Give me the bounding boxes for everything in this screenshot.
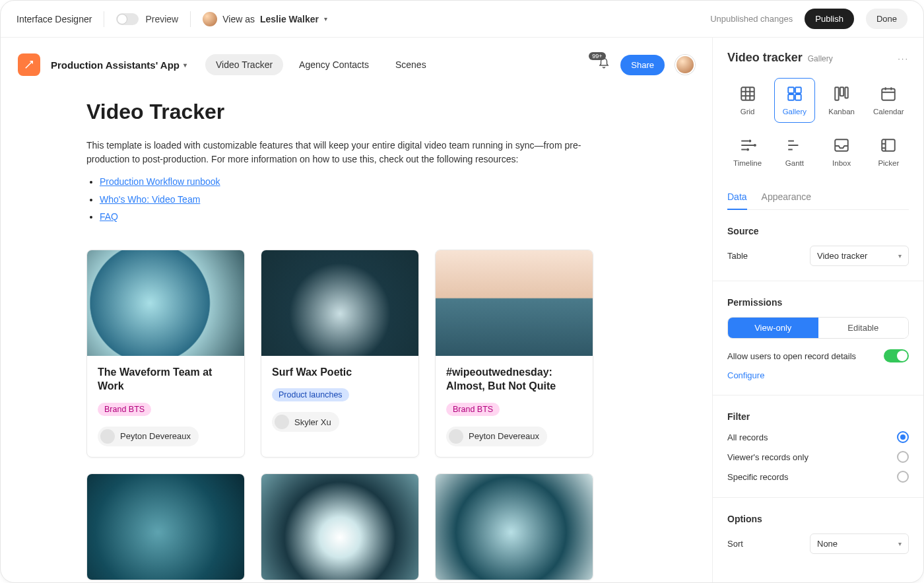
- card-title: Surf Wax Poetic: [272, 365, 408, 380]
- layout-option-inbox[interactable]: Inbox: [822, 129, 862, 174]
- preview-toggle[interactable]: Preview: [116, 13, 178, 25]
- layout-option-gantt[interactable]: Gantt: [774, 129, 814, 174]
- tab-scenes[interactable]: Scenes: [385, 54, 437, 75]
- config-panel: Video tracker Gallery ··· GridGalleryKan…: [712, 38, 923, 582]
- card-cover: [261, 250, 418, 356]
- layout-option-picker[interactable]: Picker: [869, 129, 909, 174]
- app-header: Production Assistants' App ▾ Video Track…: [14, 50, 699, 86]
- card-cover: [87, 250, 244, 356]
- card-title: The Waveform Team at Work: [98, 365, 234, 394]
- done-button[interactable]: Done: [866, 9, 908, 29]
- card-tag: Product launches: [272, 388, 349, 401]
- config-tab-data[interactable]: Data: [727, 191, 747, 210]
- app-name-label: Production Assistants' App: [51, 59, 180, 71]
- svg-rect-3: [788, 94, 794, 100]
- config-subtitle: Gallery: [808, 54, 833, 63]
- viewas-name: Leslie Walker: [260, 14, 319, 24]
- permissions-section-title: Permissions: [727, 297, 909, 308]
- publish-button[interactable]: Publish: [805, 9, 854, 29]
- chevron-down-icon: ▾: [898, 252, 902, 259]
- gallery-card[interactable]: [261, 473, 419, 580]
- preview-label: Preview: [145, 14, 178, 24]
- permission-view-only[interactable]: View-only: [728, 318, 818, 338]
- designer-label: Interface Designer: [16, 14, 92, 24]
- layout-option-gallery[interactable]: Gallery: [774, 78, 814, 123]
- card-tag: Brand BTS: [446, 403, 500, 416]
- configure-link[interactable]: Configure: [727, 370, 764, 380]
- topbar: Interface Designer Preview View as Lesli…: [1, 1, 923, 38]
- svg-point-11: [747, 149, 748, 150]
- card-assignee: Skyler Xu: [272, 412, 339, 432]
- svg-rect-1: [788, 87, 794, 93]
- permission-editable[interactable]: Editable: [818, 318, 909, 338]
- app-name-dropdown[interactable]: Production Assistants' App ▾: [51, 59, 187, 71]
- layout-label: Gallery: [783, 108, 807, 116]
- layout-label: Picker: [878, 159, 899, 167]
- source-table-select[interactable]: Video tracker ▾: [810, 246, 909, 266]
- unpublished-changes-label: Unpublished changes: [710, 14, 793, 24]
- resource-link[interactable]: Production Workflow runbook: [100, 176, 220, 187]
- more-icon[interactable]: ···: [898, 53, 909, 63]
- chevron-down-icon: ▾: [898, 540, 902, 547]
- card-cover: [87, 474, 244, 580]
- user-avatar[interactable]: [675, 55, 695, 75]
- filter-radio[interactable]: [897, 431, 909, 443]
- layout-option-timeline[interactable]: Timeline: [727, 129, 768, 174]
- sort-value: None: [817, 539, 838, 549]
- divider: [104, 11, 104, 27]
- svg-rect-13: [882, 139, 896, 151]
- chevron-down-icon: ▾: [183, 61, 187, 69]
- view-as-dropdown[interactable]: View as Leslie Walker ▾: [203, 12, 327, 26]
- filter-option-label: Viewer's records only: [727, 452, 808, 462]
- svg-rect-5: [835, 87, 838, 100]
- layout-option-calendar[interactable]: Calendar: [869, 78, 909, 123]
- avatar-icon: [203, 12, 217, 26]
- resource-link[interactable]: Who's Who: Video Team: [100, 194, 200, 205]
- gallery-card[interactable]: Surf Wax PoeticProduct launchesSkyler Xu: [261, 250, 419, 458]
- app-icon: [18, 53, 40, 76]
- sort-field-label: Sort: [727, 539, 743, 549]
- sort-select[interactable]: None ▾: [810, 533, 909, 554]
- card-tag: Brand BTS: [98, 403, 151, 416]
- source-table-value: Video tracker: [817, 251, 867, 261]
- config-tab-appearance[interactable]: Appearance: [762, 191, 812, 209]
- filter-section-title: Filter: [727, 411, 909, 422]
- grid-icon: [739, 85, 756, 102]
- filter-radio[interactable]: [897, 451, 909, 463]
- allow-open-switch[interactable]: [884, 349, 909, 362]
- notification-badge: 99+: [589, 52, 605, 60]
- notifications-button[interactable]: 99+: [598, 57, 610, 72]
- card-title: #wipeoutwednesday: Almost, But Not Quite: [446, 365, 582, 394]
- gallery-card[interactable]: #wipeoutwednesday: Almost, But Not Quite…: [435, 250, 593, 458]
- layout-option-grid[interactable]: Grid: [727, 78, 768, 123]
- options-section-title: Options: [727, 514, 909, 524]
- gallery-card[interactable]: [86, 473, 245, 580]
- card-assignee: Peyton Devereaux: [98, 427, 199, 446]
- gantt-icon: [786, 137, 803, 154]
- svg-rect-4: [795, 94, 801, 100]
- page-title: Video Tracker: [86, 100, 626, 124]
- gallery-card[interactable]: [435, 473, 593, 580]
- layout-label: Kanban: [828, 108, 855, 116]
- source-section-title: Source: [727, 226, 909, 236]
- page-description: This template is loaded with customizabl…: [86, 139, 601, 166]
- tab-agency-contacts[interactable]: Agency Contacts: [288, 54, 380, 75]
- share-button[interactable]: Share: [620, 55, 665, 75]
- toggle-icon: [116, 13, 139, 25]
- gallery-card[interactable]: The Waveform Team at WorkBrand BTSPeyton…: [86, 250, 245, 458]
- gallery-icon: [786, 85, 803, 102]
- svg-rect-6: [840, 87, 843, 96]
- card-cover: [436, 474, 593, 580]
- filter-radio[interactable]: [897, 471, 909, 483]
- tab-video-tracker[interactable]: Video Tracker: [205, 54, 283, 75]
- config-title: Video tracker: [727, 51, 803, 65]
- layout-option-kanban[interactable]: Kanban: [822, 78, 862, 123]
- layout-label: Gantt: [785, 159, 804, 167]
- divider: [190, 11, 191, 27]
- timeline-icon: [739, 137, 756, 154]
- resource-link[interactable]: FAQ: [100, 211, 118, 222]
- layout-label: Inbox: [832, 159, 851, 167]
- svg-rect-0: [741, 87, 754, 100]
- allow-open-label: Allow users to open record details: [727, 351, 856, 361]
- picker-icon: [880, 137, 897, 154]
